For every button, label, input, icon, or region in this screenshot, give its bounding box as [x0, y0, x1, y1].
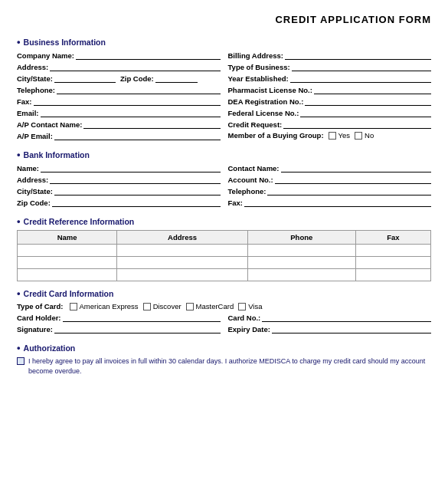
ref-phone-2[interactable]	[247, 257, 355, 269]
bank-fax-row: Fax:	[228, 198, 432, 207]
credit-request-row: Credit Request:	[228, 120, 432, 129]
section-authorization-header: Authorization	[17, 342, 431, 353]
zipcode-label: Zip Code:	[120, 74, 154, 83]
ref-fax-1[interactable]	[355, 245, 430, 257]
ap-contact-input[interactable]	[83, 120, 220, 129]
page-title: CREDIT APPLICATION FORM	[17, 14, 431, 25]
dea-reg-input[interactable]	[305, 97, 431, 106]
no-label: No	[365, 131, 374, 140]
signature-label: Signature:	[17, 325, 53, 334]
expiry-input[interactable]	[272, 324, 431, 334]
telephone-input[interactable]	[57, 85, 221, 94]
card-no-row: Card No.:	[228, 313, 432, 322]
discover-option[interactable]: Discover	[143, 302, 181, 310]
ref-address-1[interactable]	[117, 245, 248, 257]
card-holder-input[interactable]	[63, 313, 221, 322]
visa-option[interactable]: Visa	[238, 302, 262, 310]
buying-group-yes[interactable]: Yes	[329, 131, 351, 140]
visa-checkbox[interactable]	[238, 303, 246, 310]
telephone-label: Telephone:	[17, 86, 55, 94]
ref-fax-2[interactable]	[355, 257, 430, 269]
col-address-header: Address	[117, 231, 248, 245]
visa-label: Visa	[248, 302, 262, 310]
citystate-input[interactable]	[54, 74, 116, 83]
ref-address-2[interactable]	[117, 257, 248, 269]
bank-address-input[interactable]	[50, 175, 220, 184]
type-business-label: Type of Business:	[228, 63, 290, 71]
ap-contact-row: A/P Contact Name:	[17, 120, 221, 129]
pharmacist-license-row: Pharmacist License No.:	[228, 85, 432, 94]
account-no-label: Account No.:	[228, 176, 273, 184]
type-of-card-label: Type of Card:	[17, 302, 64, 310]
table-row	[18, 245, 431, 257]
company-name-row: Company Name:	[17, 51, 221, 60]
authorization-checkbox[interactable]	[17, 357, 25, 365]
col-fax-header: Fax	[355, 231, 430, 245]
business-left: Company Name: Address: City/State: Zip C…	[17, 51, 221, 143]
company-name-input[interactable]	[76, 51, 221, 60]
bank-zip-input[interactable]	[52, 198, 221, 207]
fax-input[interactable]	[34, 97, 221, 106]
discover-label: Discover	[153, 302, 181, 310]
signature-row: Signature:	[17, 324, 221, 334]
table-row	[18, 257, 431, 269]
ref-address-3[interactable]	[117, 269, 248, 281]
address-input[interactable]	[50, 62, 220, 71]
account-no-row: Account No.:	[228, 175, 432, 184]
dea-reg-label: DEA Registration No.:	[228, 97, 304, 106]
bank-info-section: Name: Address: City/State: Zip Code: Con…	[17, 163, 431, 209]
ref-fax-3[interactable]	[355, 269, 430, 281]
citystate-row: City/State: Zip Code:	[17, 74, 221, 83]
discover-checkbox[interactable]	[143, 303, 151, 310]
email-label: Email:	[17, 109, 39, 117]
buying-group-row: Member of a Buying Group: Yes No	[228, 131, 432, 140]
account-no-input[interactable]	[275, 175, 431, 184]
billing-address-input[interactable]	[285, 51, 431, 60]
mastercard-label: MasterCard	[196, 302, 234, 310]
bank-telephone-input[interactable]	[267, 186, 431, 196]
bank-name-input[interactable]	[41, 163, 220, 172]
ref-name-3[interactable]	[18, 269, 117, 281]
card-no-label: Card No.:	[228, 314, 261, 322]
pharmacist-license-input[interactable]	[314, 85, 431, 94]
bank-telephone-row: Telephone:	[228, 186, 432, 196]
mastercard-checkbox[interactable]	[186, 303, 194, 310]
ap-email-row: A/P Email:	[17, 131, 221, 140]
ref-name-2[interactable]	[18, 257, 117, 269]
address-row: Address:	[17, 62, 221, 71]
bank-address-row: Address:	[17, 175, 221, 184]
zipcode-input[interactable]	[155, 74, 198, 83]
no-checkbox[interactable]	[355, 132, 362, 140]
ap-email-input[interactable]	[54, 131, 221, 140]
card-holder-label: Card Holder:	[17, 314, 61, 322]
bank-fax-input[interactable]	[244, 198, 431, 207]
buying-group-no[interactable]: No	[355, 131, 374, 140]
card-left: Card Holder: Signature:	[17, 313, 221, 336]
signature-input[interactable]	[54, 324, 221, 334]
card-no-input[interactable]	[262, 313, 431, 322]
contact-name-row: Contact Name:	[228, 163, 432, 172]
fax-label: Fax:	[17, 97, 32, 106]
business-right: Billing Address: Type of Business: Year …	[228, 51, 432, 143]
ref-phone-1[interactable]	[247, 245, 355, 257]
amex-option[interactable]: American Express	[70, 302, 139, 310]
dea-reg-row: DEA Registration No.:	[228, 97, 432, 106]
type-business-input[interactable]	[292, 62, 431, 71]
federal-license-label: Federal License No.:	[228, 109, 299, 117]
credit-request-input[interactable]	[283, 120, 431, 129]
ref-phone-3[interactable]	[247, 269, 355, 281]
federal-license-input[interactable]	[300, 108, 431, 117]
bank-citystate-input[interactable]	[54, 186, 221, 196]
bank-name-label: Name:	[17, 164, 39, 172]
mastercard-option[interactable]: MasterCard	[186, 302, 234, 310]
amex-checkbox[interactable]	[70, 303, 77, 310]
col-name-header: Name	[18, 231, 117, 245]
bank-zip-label: Zip Code:	[17, 199, 51, 207]
bank-address-label: Address:	[17, 176, 48, 184]
yes-checkbox[interactable]	[329, 132, 336, 140]
card-type-row: Type of Card: American Express Discover …	[17, 302, 431, 310]
year-established-input[interactable]	[290, 74, 431, 83]
contact-name-input[interactable]	[281, 163, 431, 172]
email-input[interactable]	[41, 108, 221, 117]
ref-name-1[interactable]	[18, 245, 117, 257]
